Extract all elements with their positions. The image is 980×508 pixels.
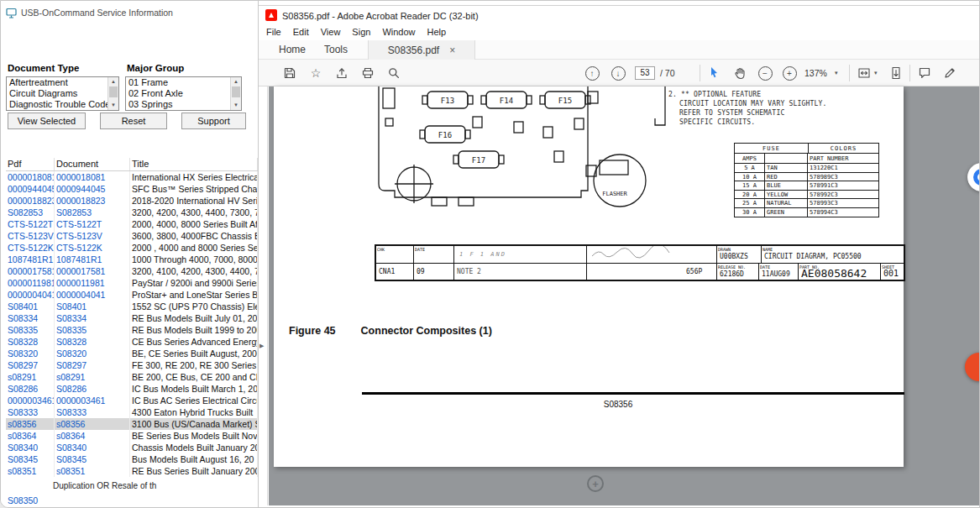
scroll-down-icon[interactable]: ▼ [108, 101, 118, 110]
document-link[interactable]: 0000018823 [55, 195, 130, 207]
document-link[interactable]: S08334 [55, 312, 130, 324]
document-link[interactable]: S08286 [55, 383, 130, 395]
pdf-link[interactable]: CTS-5123V [6, 230, 55, 242]
table-row[interactable]: 0000011981 0000011981 PayStar / 9200i an… [6, 277, 258, 289]
document-link[interactable]: S082853 [55, 207, 130, 218]
document-link[interactable]: S08335 [55, 324, 130, 336]
scroll-up-icon[interactable]: ▲ [231, 77, 241, 86]
fit-width-icon[interactable] [857, 65, 872, 81]
list-item[interactable]: Diagnostic Trouble Codes [7, 99, 107, 110]
table-row[interactable]: S08335 S08335 RE Bus Models Built 1999 t… [6, 324, 258, 336]
pdf-link[interactable]: s08351 [6, 465, 55, 477]
document-link[interactable]: 0000017581 [55, 265, 130, 277]
pencil-icon[interactable] [942, 65, 957, 81]
pdf-link[interactable]: s08291 [6, 371, 55, 383]
scroll-up-icon[interactable]: ▲ [108, 77, 118, 86]
document-link[interactable]: S08320 [55, 348, 130, 359]
list-item[interactable]: 01 Frame [126, 77, 230, 88]
table-row[interactable]: 0000018823 0000018823 2018-2020 Internat… [6, 195, 258, 207]
table-row[interactable]: S08320 S08320 BE, CE Series Built August… [6, 348, 258, 359]
menu-item[interactable]: Edit [287, 25, 315, 40]
tab-tools[interactable]: Tools [324, 44, 348, 55]
document-link[interactable]: s08356 [55, 418, 130, 430]
tab-document[interactable]: S08356.pdf × [368, 40, 475, 60]
scrollbar[interactable]: ▲ ▼ [107, 77, 118, 110]
pdf-link[interactable]: 0000011981 [6, 277, 55, 289]
table-row[interactable]: CTS-5123V CTS-5123V 3600, 3800, 4000FBC … [6, 230, 258, 242]
fit-caret-icon[interactable]: ▾ [874, 70, 878, 76]
table-row[interactable]: S08328 S08328 CE Bus Series Advanced Ene… [6, 336, 258, 348]
document-link[interactable]: 1087481R1 [55, 254, 130, 265]
pdf-link[interactable]: S08340 [6, 442, 55, 453]
document-link[interactable]: CTS-5122K [55, 242, 130, 254]
tab-home[interactable]: Home [279, 44, 306, 55]
document-link[interactable]: 0000004041 [55, 289, 130, 301]
table-row[interactable]: S082853 S082853 3200, 4200, 4300, 4400, … [6, 207, 258, 218]
document-link[interactable]: S08333 [55, 406, 130, 418]
list-item[interactable]: 03 Springs [126, 99, 230, 110]
table-row[interactable]: S08401 S08401 1552 SC (UPS P70 Chassis) … [6, 301, 258, 312]
select-tool-icon[interactable] [707, 65, 722, 81]
table-row[interactable]: 0000018081 0000018081 International HX S… [6, 171, 258, 183]
share-icon[interactable] [334, 65, 349, 81]
view-selected-button[interactable]: View Selected [8, 113, 86, 129]
list-item[interactable]: Aftertreatment [7, 77, 107, 88]
document-link[interactable]: S08297 [55, 359, 130, 371]
document-link[interactable]: 0000944045 [55, 183, 130, 195]
table-row[interactable]: s08291 s08291 BE 200, CE Bus, CE 200 and… [6, 371, 258, 383]
table-row[interactable]: S08345 S08345 Bus Models Built August 16… [6, 453, 258, 465]
pdf-link[interactable]: S08401 [6, 301, 55, 312]
pdf-link[interactable]: 0000017581 [6, 265, 55, 277]
menu-item[interactable]: Help [422, 25, 453, 40]
header-title[interactable]: Title [130, 158, 258, 170]
document-link[interactable]: s08364 [55, 430, 130, 442]
pdf-link[interactable]: 0000018081 [6, 171, 55, 183]
table-row[interactable]: 0000004041 0000004041 ProStar+ and LoneS… [6, 289, 258, 301]
document-type-listbox[interactable]: AftertreatmentCircuit DiagramsDiagnostic… [6, 76, 119, 111]
table-row[interactable]: s08351 s08351 RE Bus Series Built Januar… [6, 465, 258, 477]
scrollbar[interactable]: ▲ ▼ [230, 77, 241, 110]
pdf-link[interactable]: S08286 [6, 383, 55, 395]
pdf-link[interactable]: CTS-5122T [6, 218, 55, 230]
page-view-icon[interactable] [888, 65, 904, 81]
reset-button[interactable]: Reset [100, 113, 167, 129]
table-row[interactable]: s08356 s08356 3100 Bus (US/Canada Market… [6, 418, 258, 430]
table-row[interactable]: 0000944045 0000944045 SFC Bus™ Series St… [6, 183, 258, 195]
menu-item[interactable]: View [315, 25, 347, 40]
document-link[interactable]: s08351 [55, 465, 130, 477]
document-link[interactable]: CTS-5122T [55, 218, 130, 230]
table-row[interactable]: CTS-5122T CTS-5122T 2000, 4000, 8000 Ser… [6, 218, 258, 230]
table-row[interactable]: 0000003461 0000003461 IC Bus AC Series E… [6, 395, 258, 406]
document-link[interactable]: CTS-5123V [55, 230, 130, 242]
pdf-link[interactable]: CTS-5122K [6, 242, 55, 254]
document-link[interactable]: S08328 [55, 336, 130, 348]
document-link[interactable]: 0000003461 [55, 395, 130, 406]
zoom-level-dropdown[interactable]: 137% [804, 68, 827, 78]
major-group-listbox[interactable]: 01 Frame02 Front Axle03 Springs ▲ ▼ [125, 76, 242, 111]
print-icon[interactable] [360, 65, 375, 81]
document-link[interactable]: 0000018081 [55, 171, 130, 183]
scroll-thumb[interactable] [232, 86, 240, 97]
scroll-down-icon[interactable]: ▼ [231, 101, 241, 110]
search-icon[interactable] [386, 65, 401, 81]
zoom-caret-icon[interactable]: ▾ [835, 70, 838, 76]
partial-table-row[interactable]: S08350 [8, 495, 38, 505]
pdf-link[interactable]: 0000944045 [6, 183, 55, 195]
pdf-link[interactable]: 1087481R1 [6, 254, 55, 265]
table-row[interactable]: S08286 S08286 IC Bus Models Built March … [6, 383, 258, 395]
pdf-link[interactable]: S08335 [6, 324, 55, 336]
pdf-link[interactable]: S08297 [6, 359, 55, 371]
document-background[interactable]: F13 F14 F15 F16 F17 FLASHER 2. ** OPTION… [269, 86, 980, 505]
table-row[interactable]: S08297 S08297 FE 300, RE 200, RE 300 Ser… [6, 359, 258, 371]
table-row[interactable]: S08340 S08340 Chassis Models Built Janua… [6, 442, 258, 453]
menu-item[interactable]: File [260, 25, 287, 40]
pdf-link[interactable]: s08356 [6, 418, 55, 430]
document-link[interactable]: s08291 [55, 371, 130, 383]
pdf-link[interactable]: 0000003461 [6, 395, 55, 406]
pdf-link[interactable]: S08320 [6, 348, 55, 359]
header-pdf[interactable]: Pdf [6, 158, 55, 170]
close-tab-icon[interactable]: × [449, 45, 455, 56]
comment-icon[interactable] [917, 65, 932, 81]
next-page-icon[interactable]: ↓ [611, 65, 626, 81]
zoom-out-icon[interactable]: − [757, 65, 773, 81]
